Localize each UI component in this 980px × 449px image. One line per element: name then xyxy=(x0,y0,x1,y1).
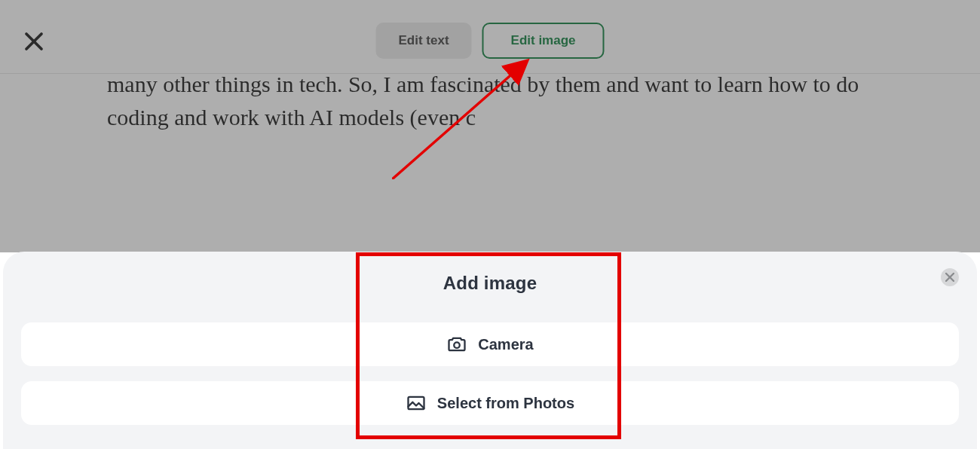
select-from-photos-label: Select from Photos xyxy=(437,395,574,412)
camera-option-label: Camera xyxy=(478,336,533,353)
add-image-sheet: Add image Camera Select from Photos xyxy=(3,252,977,449)
sheet-title: Add image xyxy=(3,273,977,294)
modal-backdrop xyxy=(0,0,980,252)
svg-point-5 xyxy=(455,342,460,347)
screen: Edit text Edit image many other things i… xyxy=(0,0,980,449)
camera-option[interactable]: Camera xyxy=(21,322,959,366)
sheet-close-button[interactable] xyxy=(941,268,959,286)
close-icon xyxy=(945,273,954,282)
image-icon xyxy=(406,392,427,414)
camera-icon xyxy=(446,334,467,355)
select-from-photos-option[interactable]: Select from Photos xyxy=(21,381,959,425)
